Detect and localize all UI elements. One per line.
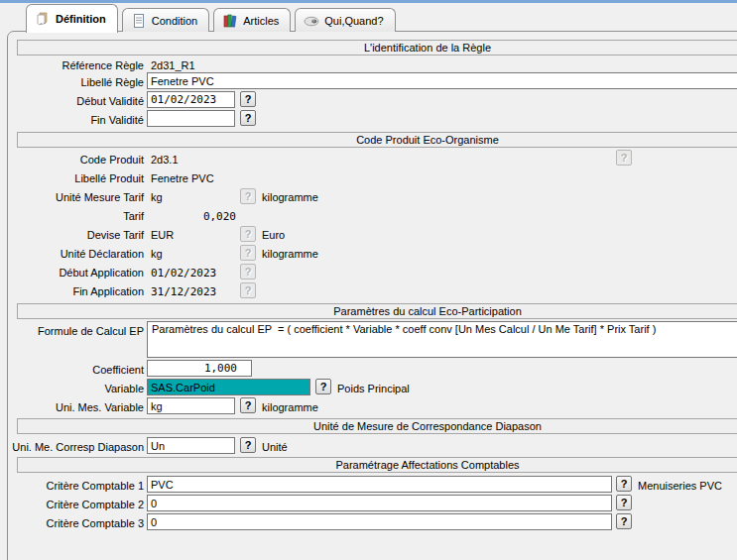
critere-comptable-3-input[interactable] <box>147 513 612 530</box>
tab-condition[interactable]: Condition <box>122 8 209 32</box>
section-affectations-comptables: Paramétrage Affectations Comptables <box>17 457 737 473</box>
debut-validite-label: Début Validité <box>0 95 144 108</box>
books-icon <box>222 13 238 29</box>
uni-me-corresp-help-button[interactable]: ? <box>240 437 256 453</box>
fin-validite-input[interactable] <box>147 110 235 127</box>
critere-comptable-2-help-button[interactable]: ? <box>616 495 632 510</box>
variable-suffix: Poids Principal <box>337 383 410 395</box>
unite-mesure-tarif-help-button: ? <box>240 188 256 204</box>
libelle-regle-label: Libellé Règle <box>0 76 144 89</box>
fin-application-help-button: ? <box>240 282 256 298</box>
tab-articles-label: Articles <box>243 15 279 27</box>
uni-me-corresp-label: Uni. Me. Corresp Diapason <box>0 441 144 454</box>
uni-mes-variable-input[interactable] <box>147 397 235 414</box>
section-parametres-calcul: Paramètres du calcul Eco-Participation <box>17 303 737 319</box>
debut-validite-help-button[interactable]: ? <box>240 91 256 107</box>
unite-declaration-label: Unité Déclaration <box>0 248 144 261</box>
critere-comptable-1-suffix: Menuiseries PVC <box>638 480 722 493</box>
critere-comptable-3-label: Critère Comptable 3 <box>0 517 144 530</box>
code-produit-label: Code Produit <box>0 154 144 167</box>
formule-calcul-label: Formule de Calcul EP <box>0 325 144 338</box>
fin-validite-label: Fin Validité <box>0 114 144 127</box>
tab-bar: Définition Condition Articles Qui,Quand? <box>26 4 396 33</box>
tab-articles[interactable]: Articles <box>213 8 291 32</box>
debut-application-label: Début Application <box>0 267 144 280</box>
tab-definition[interactable]: Définition <box>26 4 118 33</box>
uni-mes-variable-help-button[interactable]: ? <box>240 397 256 413</box>
coefficient-input[interactable] <box>147 360 252 377</box>
debut-validite-input[interactable] <box>147 91 235 108</box>
fin-validite-help-button[interactable]: ? <box>240 110 256 126</box>
speech-bubble-icon <box>304 13 319 29</box>
torn-page-icon <box>35 11 51 27</box>
critere-comptable-1-input[interactable] <box>147 476 612 493</box>
debut-application-help-button: ? <box>240 264 256 280</box>
tab-condition-label: Condition <box>152 15 197 27</box>
code-produit-value: 2d3.1 <box>151 154 179 167</box>
section-code-produit: Code Produit Eco-Organisme <box>17 132 737 148</box>
section-unite-diapason: Unité de Mesure de Correspondance Diapas… <box>17 418 737 434</box>
tarif-value: 0,020 <box>151 210 236 223</box>
uni-mes-variable-suffix: kilogramme <box>262 401 318 414</box>
reference-regle-label: Référence Règle <box>0 59 144 72</box>
document-icon <box>131 13 147 29</box>
libelle-regle-input[interactable] <box>147 72 737 89</box>
critere-comptable-1-help-button[interactable]: ? <box>616 476 632 492</box>
debut-application-value: 01/02/2023 <box>151 267 216 280</box>
tab-qui-quand[interactable]: Qui,Quand? <box>295 8 395 32</box>
unite-declaration-help-button: ? <box>240 245 256 261</box>
uni-mes-variable-label: Uni. Mes. Variable <box>0 401 144 414</box>
unite-declaration-suffix: kilogramme <box>262 248 318 261</box>
fin-application-value: 31/12/2023 <box>151 285 216 298</box>
tarif-label: Tarif <box>0 210 144 223</box>
reference-regle-value: 2d31_R1 <box>151 59 195 72</box>
rule-definition-window: { "colors": { "accent_teal": "#00a8ae", … <box>0 0 737 560</box>
critere-comptable-3-help-button[interactable]: ? <box>616 513 632 529</box>
variable-help-button[interactable]: ? <box>315 379 331 394</box>
uni-me-corresp-input[interactable] <box>147 437 235 454</box>
code-produit-help-button: ? <box>616 150 632 166</box>
unite-mesure-tarif-label: Unité Mesure Tarif <box>0 191 144 204</box>
devise-tarif-suffix: Euro <box>262 229 285 242</box>
unite-mesure-tarif-value: kg <box>151 191 163 204</box>
unite-mesure-tarif-suffix: kilogramme <box>262 191 318 204</box>
coefficient-label: Coefficient <box>0 364 144 377</box>
tab-definition-label: Définition <box>56 13 106 25</box>
libelle-produit-label: Libellé Produit <box>0 172 144 185</box>
libelle-produit-value: Fenetre PVC <box>151 172 214 185</box>
window-top-border <box>0 0 737 3</box>
variable-label: Variable <box>0 383 144 395</box>
section-identification: L'identification de la Règle <box>17 40 737 56</box>
devise-tarif-value: EUR <box>151 229 174 242</box>
formule-calcul-textarea[interactable]: Paramètres du calcul EP = ( coefficient … <box>147 321 737 358</box>
critere-comptable-2-label: Critère Comptable 2 <box>0 499 144 511</box>
unite-declaration-value: kg <box>151 248 163 261</box>
variable-input[interactable] <box>147 379 310 395</box>
fin-application-label: Fin Application <box>0 285 144 298</box>
devise-tarif-label: Devise Tarif <box>0 229 144 242</box>
devise-tarif-help-button: ? <box>240 226 256 242</box>
critere-comptable-1-label: Critère Comptable 1 <box>0 480 144 493</box>
uni-me-corresp-suffix: Unité <box>262 441 288 454</box>
tab-qui-quand-label: Qui,Quand? <box>324 15 383 27</box>
critere-comptable-2-input[interactable] <box>147 495 612 511</box>
